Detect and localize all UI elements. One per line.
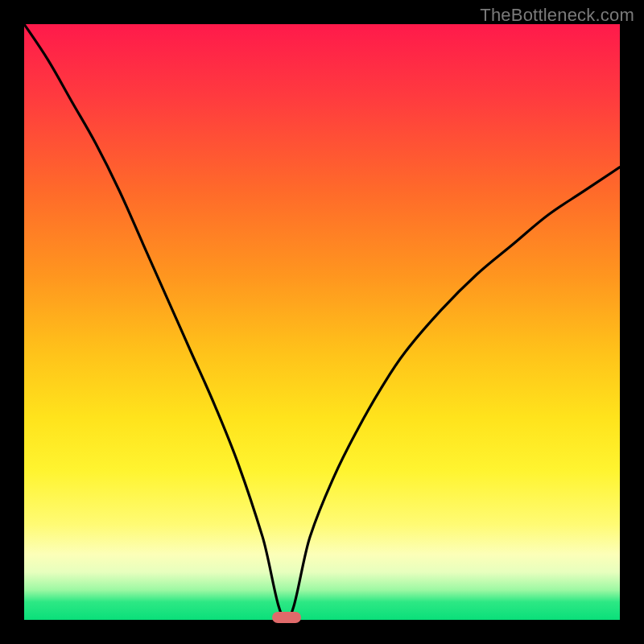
bottleneck-curve xyxy=(24,24,620,620)
min-marker xyxy=(272,612,301,623)
chart-frame: TheBottleneck.com xyxy=(0,0,644,644)
watermark-text: TheBottleneck.com xyxy=(480,5,634,26)
chart-plot-area xyxy=(24,24,620,620)
